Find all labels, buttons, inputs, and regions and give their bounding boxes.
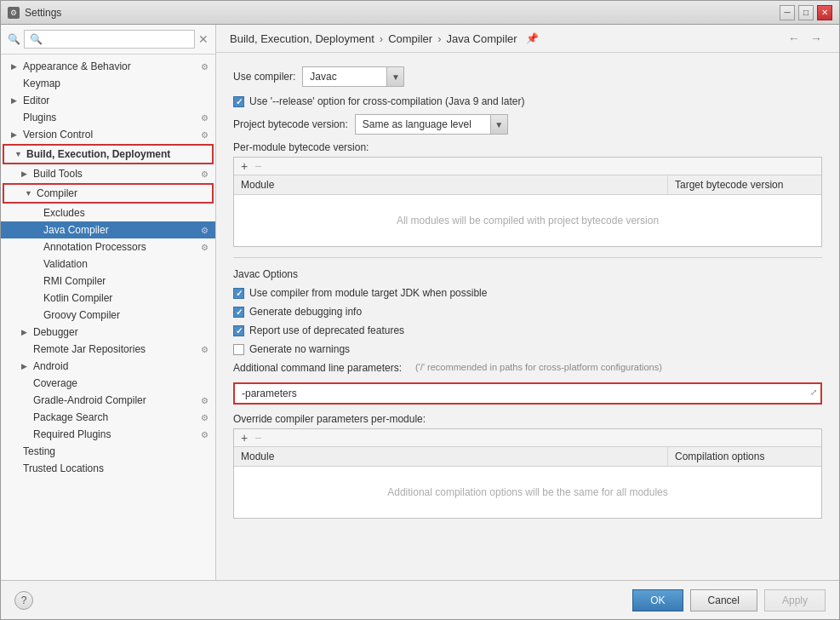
- sidebar-item-testing[interactable]: Testing: [1, 443, 215, 460]
- sidebar-item-remote-jar[interactable]: Remote Jar Repositories ⚙: [1, 341, 215, 358]
- cross-compile-label: Use '--release' option for cross-compila…: [249, 95, 524, 107]
- add-module-button[interactable]: +: [239, 160, 249, 172]
- sidebar-item-validation[interactable]: Validation: [1, 255, 215, 273]
- sidebar-item-build-tools[interactable]: ▶ Build Tools ⚙: [1, 165, 215, 182]
- sidebar-item-label: Testing: [23, 445, 55, 457]
- expand-arrow-icon: ▶: [21, 328, 30, 336]
- opt1-checkbox[interactable]: [233, 288, 244, 299]
- sidebar-item-version-control[interactable]: ▶ Version Control ⚙: [1, 126, 215, 143]
- sidebar-item-debugger[interactable]: ▶ Debugger: [1, 324, 215, 341]
- opt3-label: Report use of deprecated features: [249, 324, 404, 336]
- breadcrumb-build[interactable]: Build, Execution, Deployment: [230, 32, 374, 45]
- gear-icon: ⚙: [201, 243, 209, 252]
- nav-arrows: ← →: [785, 32, 826, 45]
- add-override-button[interactable]: +: [239, 432, 249, 444]
- module-col2-header: Module: [234, 447, 668, 466]
- sidebar-item-label: Keymap: [23, 78, 60, 89]
- sidebar-item-plugins[interactable]: Plugins ⚙: [1, 109, 215, 126]
- expand-arrow-icon: ▼: [25, 189, 33, 198]
- sidebar-item-label: Coverage: [33, 377, 77, 389]
- sidebar-item-label: Editor: [23, 95, 49, 106]
- sidebar-item-label: Compiler: [37, 187, 77, 199]
- additional-params-input[interactable]: -parameters ⤢: [233, 382, 822, 405]
- sidebar-item-label: Trusted Locations: [23, 462, 104, 474]
- breadcrumb-current: Java Compiler: [447, 32, 517, 45]
- override-label: Override compiler parameters per-module:: [233, 413, 822, 425]
- compiler-value: Javac: [303, 71, 386, 83]
- sidebar-item-build-execution[interactable]: ▼ Build, Execution, Deployment: [3, 144, 214, 164]
- search-clear-button[interactable]: ✕: [198, 33, 209, 45]
- sidebar-item-required-plugins[interactable]: Required Plugins ⚙: [1, 426, 215, 443]
- sidebar-item-label: Java Compiler: [43, 224, 109, 236]
- sidebar-item-coverage[interactable]: Coverage: [1, 375, 215, 392]
- cross-compile-checkbox[interactable]: [233, 96, 244, 107]
- gear-icon: ⚙: [201, 169, 209, 179]
- back-arrow-button[interactable]: ←: [785, 32, 803, 45]
- bottom-bar: ? OK Cancel Apply: [1, 580, 839, 619]
- sidebar-item-label: Build Tools: [33, 168, 83, 180]
- additional-params-row: Additional command line parameters: ('/'…: [233, 362, 822, 374]
- bytecode-version-dropdown[interactable]: Same as language level ▼: [355, 114, 508, 135]
- settings-content: Use compiler: Javac ▼ Use '--release' op…: [216, 53, 839, 580]
- opt4-checkbox[interactable]: [233, 344, 244, 355]
- sidebar-item-editor[interactable]: ▶ Editor: [1, 92, 215, 109]
- breadcrumb-sep2: ›: [437, 32, 441, 45]
- search-input[interactable]: [24, 30, 195, 49]
- opt3-checkbox[interactable]: [233, 325, 244, 336]
- breadcrumb-bar: Build, Execution, Deployment › Compiler …: [216, 25, 839, 53]
- compilation-table-empty: Additional compilation options will be t…: [234, 467, 821, 518]
- gear-icon: ⚙: [201, 345, 209, 354]
- bytecode-version-value: Same as language level: [356, 118, 490, 130]
- use-compiler-row: Use compiler: Javac ▼: [233, 66, 822, 87]
- compiler-dropdown[interactable]: Javac ▼: [302, 66, 404, 87]
- sidebar-item-kotlin-compiler[interactable]: Kotlin Compiler: [1, 290, 215, 307]
- sidebar-item-excludes[interactable]: Excludes: [1, 204, 215, 221]
- search-icon: 🔍: [8, 33, 20, 45]
- sidebar-item-rmi-compiler[interactable]: RMI Compiler: [1, 273, 215, 290]
- forward-arrow-button[interactable]: →: [807, 32, 826, 45]
- action-buttons: OK Cancel Apply: [632, 589, 826, 611]
- expand-arrow-icon: ▼: [14, 150, 23, 158]
- bytecode-table-empty: All modules will be compiled with projec…: [234, 195, 821, 246]
- cross-compile-row: Use '--release' option for cross-compila…: [233, 95, 822, 107]
- sidebar-item-label: Version Control: [23, 129, 93, 141]
- sidebar-item-label: Annotation Processors: [43, 241, 146, 253]
- params-input-row: -parameters ⤢: [233, 382, 822, 405]
- breadcrumb-compiler[interactable]: Compiler: [388, 32, 432, 45]
- sidebar-item-appearance[interactable]: ▶ Appearance & Behavior ⚙: [1, 58, 215, 75]
- compilation-table-toolbar: + −: [234, 429, 821, 447]
- sidebar-item-label: Excludes: [43, 207, 85, 219]
- apply-button[interactable]: Apply: [764, 589, 826, 611]
- additional-params-label: Additional command line parameters:: [233, 362, 402, 374]
- expand-icon[interactable]: ⤢: [810, 388, 817, 397]
- minimize-button[interactable]: ─: [780, 5, 795, 20]
- remove-module-button[interactable]: −: [253, 160, 263, 172]
- opt2-label: Generate debugging info: [249, 306, 362, 318]
- sidebar-item-keymap[interactable]: Keymap: [1, 75, 215, 92]
- close-button[interactable]: ✕: [817, 5, 832, 20]
- sidebar-item-label: Package Search: [33, 411, 108, 423]
- bytecode-version-label: Project bytecode version:: [233, 118, 348, 130]
- gear-icon: ⚙: [201, 413, 209, 422]
- sidebar-item-package-search[interactable]: Package Search ⚙: [1, 409, 215, 426]
- sidebar-item-gradle-android[interactable]: Gradle-Android Compiler ⚙: [1, 392, 215, 409]
- content-area: 🔍 ✕ ▶ Appearance & Behavior ⚙ Keymap: [1, 25, 839, 580]
- opt2-checkbox[interactable]: [233, 307, 244, 318]
- sidebar-item-groovy-compiler[interactable]: Groovy Compiler: [1, 307, 215, 324]
- sidebar-item-label: Groovy Compiler: [43, 309, 120, 321]
- maximize-button[interactable]: □: [798, 5, 814, 20]
- sidebar-item-android[interactable]: ▶ Android: [1, 358, 215, 375]
- ok-button[interactable]: OK: [632, 589, 683, 611]
- sidebar-item-java-compiler[interactable]: Java Compiler ⚙: [1, 221, 215, 238]
- help-button[interactable]: ?: [14, 591, 33, 610]
- cancel-button[interactable]: Cancel: [690, 589, 757, 611]
- pin-icon[interactable]: 📌: [526, 32, 539, 44]
- sidebar-item-compiler[interactable]: ▼ Compiler: [3, 183, 214, 204]
- sidebar-item-label: Build, Execution, Deployment: [26, 148, 170, 160]
- sidebar-item-trusted-locations[interactable]: Trusted Locations: [1, 460, 215, 477]
- section-divider: [233, 257, 822, 258]
- sidebar-item-annotation-processors[interactable]: Annotation Processors ⚙: [1, 238, 215, 255]
- remove-override-button[interactable]: −: [253, 432, 263, 444]
- gear-icon: ⚙: [201, 62, 209, 72]
- breadcrumb-sep1: ›: [380, 32, 383, 45]
